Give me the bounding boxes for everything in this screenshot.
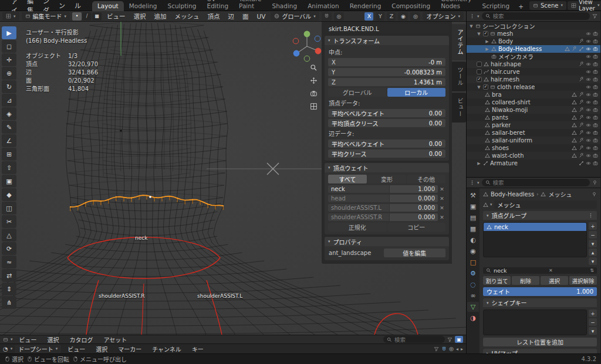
outliner-row-hair-shape[interactable]: hair.shape: [467, 60, 600, 68]
asset-menu-asset[interactable]: アセット: [100, 335, 131, 345]
vertex-groups-panel-header[interactable]: ▾頂点グループ: [483, 211, 597, 220]
tool-spin[interactable]: ⟳: [2, 242, 16, 255]
render-visibility-icon[interactable]: [593, 123, 598, 128]
asset-menu-view[interactable]: ビュー: [15, 335, 41, 345]
collection-checkbox[interactable]: ✓: [477, 77, 482, 82]
breadcrumb-object[interactable]: Body-Headless: [491, 191, 534, 198]
show-overlays-toggle[interactable]: ◎: [410, 12, 420, 21]
hide-eye-icon[interactable]: [586, 92, 591, 97]
weight-group-name[interactable]: shoulderASSIST.L: [328, 204, 389, 212]
sidebar-tab-tool[interactable]: ツール: [452, 62, 466, 91]
transform-orientation-selector[interactable]: グローバル ▾: [271, 12, 319, 21]
dope-snap-magnet-icon[interactable]: [441, 346, 447, 352]
outliner-row-body-headless[interactable]: ▶Body-Headless: [467, 45, 600, 53]
move-group-down-button[interactable]: ▾: [589, 257, 597, 265]
tool-shrink-fatten[interactable]: ⇕: [2, 283, 16, 295]
collection-checkbox[interactable]: [477, 62, 482, 67]
collection-checkbox[interactable]: ✓: [483, 31, 488, 36]
expand-icon[interactable]: ▶: [485, 39, 489, 44]
add-rest-position-button[interactable]: レスト位置を追加: [483, 338, 597, 346]
hide-eye-icon[interactable]: [586, 145, 591, 151]
render-visibility-icon[interactable]: [593, 92, 598, 97]
weight-value[interactable]: 0.000: [390, 204, 438, 212]
gizmo-axis-z[interactable]: [304, 31, 310, 38]
dope-nav-forward-icon[interactable]: ▸: [461, 346, 463, 352]
hide-eye-icon[interactable]: [586, 69, 591, 74]
dope-proportional-icon[interactable]: ◎: [449, 346, 454, 352]
asset-menu-catalog[interactable]: カタログ: [66, 335, 97, 345]
menu-mesh[interactable]: メッシュ: [172, 11, 202, 21]
dopesheet-mode-selector[interactable]: ドープシート ▾: [15, 345, 61, 353]
show-gizmo-toggle[interactable]: ◉: [398, 12, 408, 21]
tool-bevel[interactable]: ◆: [2, 188, 16, 201]
weight-group-name[interactable]: shoulderASSIST.R: [328, 213, 389, 221]
tool-extrude-region[interactable]: ⇧: [2, 161, 16, 174]
render-visibility-icon[interactable]: [593, 46, 598, 52]
dope-menu-select[interactable]: 選択: [92, 344, 112, 354]
tool-knife[interactable]: ✂: [2, 215, 16, 228]
render-visibility-icon[interactable]: [593, 31, 598, 36]
expand-icon[interactable]: ▶: [477, 161, 481, 166]
outliner-row-niwako-moji[interactable]: Niwako-moji: [467, 106, 600, 114]
outliner-row-mesh-collection[interactable]: ▼✓mesh: [467, 30, 600, 38]
view-layer-selector[interactable]: View Layer ▾: [568, 1, 601, 10]
menu-uv[interactable]: UV: [254, 12, 269, 21]
outliner-editor-icon[interactable]: [470, 13, 475, 19]
hide-eye-icon[interactable]: [586, 161, 591, 166]
mean-vertex-crease-field[interactable]: 平均頂点クリース0.00: [328, 119, 445, 127]
prop-tab-render[interactable]: ▣: [467, 202, 479, 212]
weight-value[interactable]: 1.000: [390, 185, 438, 193]
clear-filter-icon[interactable]: ✕: [549, 268, 553, 273]
outliner-row-pants[interactable]: pants: [467, 114, 600, 121]
hide-eye-icon[interactable]: [586, 54, 591, 59]
viewport-3d[interactable]: ▶ ◻ ✛ ⊕ ↻ ⊿ ◈ ✎ ∠ ⊞ ⇧ ▣ ◆ ◫ ✂ △ ⟳: [0, 22, 466, 335]
outliner-row-hair-curve[interactable]: hair.curve: [467, 68, 600, 76]
tool-tweak-select[interactable]: ▶: [2, 26, 16, 39]
properties-search-input[interactable]: [493, 179, 540, 186]
local-space-button[interactable]: ローカル: [387, 88, 446, 97]
outliner-search-input[interactable]: [493, 13, 540, 19]
menu-vertex[interactable]: 頂点: [205, 11, 223, 21]
outliner-row-cloth-release[interactable]: ▼✓cloth release: [467, 83, 600, 91]
face-select-mode-button[interactable]: ■: [92, 12, 102, 21]
hide-eye-icon[interactable]: [586, 84, 591, 90]
editor-type-button[interactable]: ▾: [2, 12, 19, 21]
asset-search[interactable]: [383, 336, 445, 343]
dope-menu-marker[interactable]: マーカー: [114, 344, 146, 354]
dopesheet-editor-icon[interactable]: ◔: [3, 346, 8, 352]
render-visibility-icon[interactable]: [593, 145, 598, 151]
assign-button[interactable]: 割り当て: [483, 276, 511, 285]
gizmo-axis-x-neg[interactable]: [293, 38, 299, 44]
tab-shading[interactable]: Shading: [267, 1, 303, 11]
outliner-row-armature[interactable]: ▶Armature: [467, 159, 600, 167]
hide-eye-icon[interactable]: [586, 107, 591, 113]
tool-poly-build[interactable]: △: [2, 229, 16, 241]
render-visibility-icon[interactable]: [593, 138, 598, 143]
edit-value-button[interactable]: 値を編集: [384, 249, 446, 257]
sort-alpha-icon[interactable]: ⇅: [590, 268, 594, 273]
vertex-group-item-neck[interactable]: neck: [484, 223, 586, 231]
prop-tab-modifiers[interactable]: ⚙: [467, 268, 479, 278]
asset-settings-button[interactable]: ▣: [455, 336, 463, 343]
weight-value[interactable]: 0.000: [390, 213, 438, 221]
tool-measure[interactable]: ∠: [2, 134, 16, 147]
tool-scale[interactable]: ⊿: [2, 94, 16, 107]
outliner-row-bra[interactable]: bra: [467, 91, 600, 98]
tab-compositing[interactable]: Compositing: [386, 1, 435, 11]
menu-select[interactable]: 選択: [131, 11, 149, 21]
weights-tab-deform[interactable]: 変形: [367, 175, 406, 183]
hide-eye-icon[interactable]: [586, 46, 591, 52]
pan-icon[interactable]: [310, 77, 318, 84]
gizmo-axis-x[interactable]: [315, 48, 322, 55]
mean-crease-field[interactable]: 平均クリース0.00: [328, 149, 445, 158]
prop-tab-view-layer[interactable]: ▦: [467, 224, 479, 234]
breadcrumb-data[interactable]: メッシュ: [548, 190, 572, 199]
prop-tab-world[interactable]: ◉: [467, 246, 479, 256]
properties-search[interactable]: [482, 179, 590, 186]
render-visibility-icon[interactable]: [593, 161, 598, 166]
hide-eye-icon[interactable]: [586, 123, 591, 128]
remove-shape-key-button[interactable]: −: [589, 318, 597, 326]
hide-eye-icon[interactable]: [586, 31, 591, 36]
prop-tab-material[interactable]: ◑: [467, 313, 479, 323]
median-z-field[interactable]: Z1.4361 m: [328, 78, 445, 86]
